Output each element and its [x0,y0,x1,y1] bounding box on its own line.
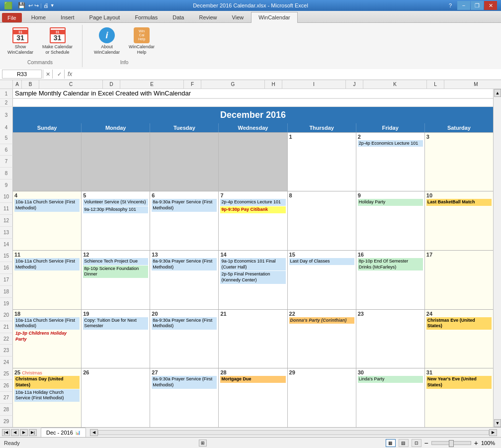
day-cell-21[interactable]: 21 [218,310,287,368]
col-header-f[interactable]: F [184,80,201,89]
col-header-b[interactable]: B [22,80,39,89]
day-cell-9[interactable]: 9 Holiday Party [356,191,424,250]
day-cell-30[interactable]: 30 Linda's Party [356,368,424,427]
day-cell-16[interactable]: 16 8p-10p End Of Semester Drinks (McFarl… [356,251,424,309]
day-cell-11[interactable]: 11 10a-11a Church Service (First Methodi… [13,251,81,309]
day-cell-1[interactable]: 1 [287,133,356,191]
page-break-view-btn[interactable]: ⊡ [412,439,421,447]
redo-icon[interactable]: ↪ [34,2,39,9]
col-header-h[interactable]: H [265,80,282,89]
event-dec5-2: 9a-12:30p Philosophy 101 [83,206,148,213]
sheet-tab-dec[interactable]: Dec - 2016 📊 [41,428,86,438]
day-cell-18[interactable]: 18 10a-11a Church Service (First Methodi… [13,310,81,368]
day-cell-19[interactable]: 19 Copy: Tuition Due for Next Semester [81,310,150,368]
col-sunday: Sunday [13,123,81,132]
day-21-num: 21 [220,311,285,317]
scroll-down-btn[interactable]: ▼ [494,419,501,427]
macro-btn[interactable]: ⊞ [199,440,207,447]
h-scroll-track[interactable] [98,430,489,435]
col-header-d[interactable]: D [103,80,120,89]
col-header-i[interactable]: I [282,80,346,89]
col-header-a[interactable]: A [13,80,22,89]
day-cell-14[interactable]: 14 9a-1p Economics 101 Final (Cueter Hal… [218,251,287,309]
sheet-last-btn[interactable]: ▶| [29,429,37,436]
calendar-title-text: December 2016 [220,110,286,120]
day-cell-13[interactable]: 13 8a-9:30a Prayer Service (First Method… [150,251,218,309]
day-cell-12[interactable]: 12 Schience Tech Project Due 8p-10p Scie… [81,251,150,309]
col-thursday: Thursday [287,123,356,132]
scroll-right-btn[interactable]: ▶ [489,429,497,436]
restore-btn[interactable]: ❐ [471,1,484,10]
tab-home[interactable]: Home [24,12,53,22]
sheet-first-btn[interactable]: |◀ [2,429,10,436]
tab-formulas[interactable]: Formulas [127,12,165,22]
day-cell-23[interactable]: 23 [356,310,424,368]
day-cell-15[interactable]: 15 Last Day of Classes [287,251,356,309]
col-header-e[interactable]: E [120,80,184,89]
day-cell-22[interactable]: 22 Donna's Party (Corinthian) [287,310,356,368]
day-cell-6[interactable]: 6 8a-9:30a Prayer Service (First Methodi… [150,191,218,250]
day-cell-3[interactable]: 3 [424,133,493,191]
customize-icon[interactable]: ▼ [50,3,55,8]
undo-icon[interactable]: ↩ [28,2,33,9]
day-cell-26[interactable]: 26 [81,368,150,427]
day-16-num: 16 [358,252,423,258]
day-cell-31[interactable]: 31 New Year's Eve (United States) [424,368,493,427]
wincalendar-help-button[interactable]: Win Cal Help WinCalendarHelp [125,25,158,58]
day-cell-24[interactable]: 24 Christmas Eve (United States) [424,310,493,368]
save-icon[interactable]: 💾 [16,1,27,9]
close-btn[interactable]: ✕ [484,1,497,10]
event-dec14-2: 2p-5p Final Presentation (Kennedy Center… [220,271,285,283]
day-cell-8[interactable]: 8 [287,191,356,250]
zoom-slider-thumb[interactable] [449,440,454,447]
tab-page-layout[interactable]: Page Layout [82,12,128,22]
sheet-prev-btn[interactable]: ◀ [11,429,19,436]
scroll-up-btn[interactable]: ▲ [494,89,501,97]
col-header-m[interactable]: M [444,80,501,89]
day-cell-2[interactable]: 2 2p-4p Economics Lecture 101 [356,133,424,191]
tab-view[interactable]: View [225,12,251,22]
row-num-10: 10 [0,191,13,203]
day-11-num: 11 [14,252,80,258]
tab-data[interactable]: Data [165,12,191,22]
zoom-slider[interactable] [431,441,471,445]
minimize-btn[interactable]: − [457,1,470,10]
day-cell-10[interactable]: 10 Last BasketBall Match [424,191,493,250]
tab-review[interactable]: Review [191,12,224,22]
normal-view-btn[interactable]: ▦ [386,439,396,447]
day-cell-25[interactable]: 25 Christmas Christmas Day (United State… [13,368,81,427]
status-center: ⊞ [199,440,207,447]
cell-reference-input[interactable] [2,70,42,79]
make-calendar-button[interactable]: 31 31 Make Calendaror Schedule [39,25,76,58]
show-wincalendar-button[interactable]: 31 31 ShowWinCalendar [4,25,37,58]
page-layout-view-btn[interactable]: ▤ [399,439,409,447]
col-header-k[interactable]: K [363,80,427,89]
day-cell-20[interactable]: 20 8a-9:30a Prayer Service (First Method… [150,310,218,368]
vertical-scrollbar[interactable]: ▲ ▼ [493,89,501,427]
sheet-next-btn[interactable]: ▶ [20,429,28,436]
col-header-g[interactable]: G [201,80,265,89]
about-wincalendar-button[interactable]: i AboutWinCalendar [90,25,123,58]
day-cell-28[interactable]: 28 Mortgage Due [218,368,287,427]
help-btn[interactable]: ? [444,1,457,10]
scroll-left-btn[interactable]: ◀ [90,429,98,436]
info-buttons: i AboutWinCalendar Win Cal Help WinCa [90,25,158,58]
col-header-l[interactable]: L [427,80,444,89]
col-header-j[interactable]: J [346,80,363,89]
print-icon[interactable]: 🖨 [43,2,49,8]
tab-wincalendar[interactable]: WinCalendar [251,12,298,23]
formula-input[interactable] [74,70,499,78]
zoom-minus-btn[interactable]: − [424,440,428,447]
col-header-c[interactable]: C [39,80,103,89]
day-cell-5[interactable]: 5 Volunteer Service (St Vincents) 9a-12:… [81,191,150,250]
day-cell-29[interactable]: 29 [287,368,356,427]
day-cell-7[interactable]: 7 2p-4p Economics Lecture 101 9p-9:30p P… [218,191,287,250]
day-cell-27[interactable]: 27 8a-9:30a Prayer Service (First Method… [150,368,218,427]
day-cell-4[interactable]: 4 10a-11a Church Service (First Methodis… [13,191,81,250]
day-cell-17[interactable]: 17 [424,251,493,309]
tab-insert[interactable]: Insert [53,12,82,22]
tab-file[interactable]: File [2,13,22,22]
zoom-plus-btn[interactable]: + [474,440,478,447]
day-3-num: 3 [426,134,492,140]
main-area: A B C D E F G H I J K L M N O 1 Sample M… [0,80,501,448]
